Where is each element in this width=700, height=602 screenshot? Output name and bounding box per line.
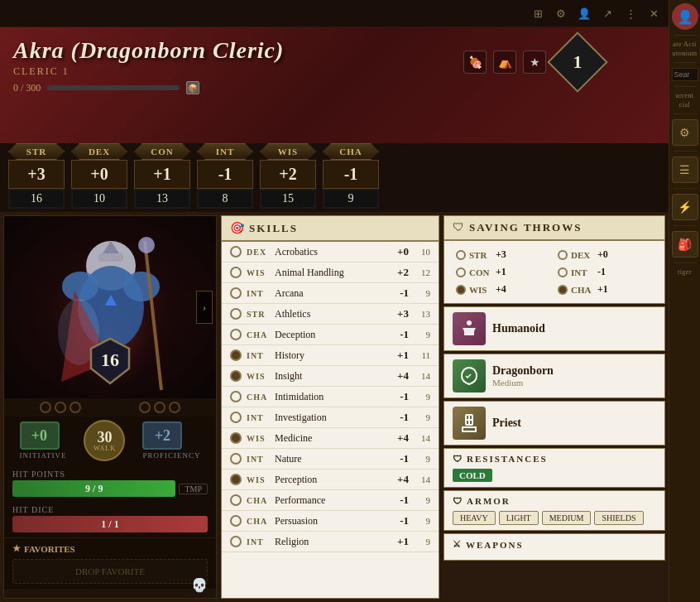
toolbar-btn-close[interactable]: ✕ (644, 3, 664, 23)
initiative-label: INITIATIVE (20, 451, 67, 460)
left-panel: › 16 (3, 215, 217, 599)
st-con-circle (456, 267, 466, 277)
skill-row-nature[interactable]: INT Nature -1 9 (222, 449, 439, 470)
skill-value-14: 9 (414, 537, 430, 547)
feature-humanoid[interactable]: Humanoid (443, 306, 665, 351)
sidebar-lightning-button[interactable]: ⚡ (672, 194, 698, 220)
header-food-icon[interactable]: 🍖 (463, 51, 487, 74)
character-name: Akra (Dragonborn Cleric) (13, 37, 284, 64)
skill-circle-2 (230, 287, 242, 299)
hp-label: HIT POINTS (12, 470, 208, 479)
stat-int-mod[interactable]: -1 (197, 160, 253, 189)
skill-row-animal-handling[interactable]: WIS Animal Handling +2 12 (222, 262, 439, 283)
skills-header-text: SKILLS (249, 222, 298, 235)
skill-row-medicine[interactable]: WIS Medicine +4 14 (222, 428, 439, 449)
skill-name-8: Investigation (275, 412, 381, 424)
initiative-box: +0 INITIATIVE (20, 421, 67, 460)
armor-shields: SHIELDS (594, 511, 643, 525)
walk-value: 30 (97, 430, 112, 445)
st-int: INT -1 (554, 263, 656, 281)
skill-row-insight[interactable]: WIS Insight +4 14 (222, 366, 439, 387)
humanoid-icon (453, 312, 486, 345)
skill-row-performance[interactable]: CHA Performance -1 9 (222, 490, 439, 511)
skill-value-3: 13 (414, 309, 430, 319)
sidebar-avatar[interactable]: 👤 (672, 3, 698, 30)
skill-modifier-12: -1 (386, 494, 409, 507)
skill-row-intimidation[interactable]: CHA Intimidation -1 9 (222, 387, 439, 407)
stat-wis-mod[interactable]: +2 (260, 160, 316, 189)
sidebar-gear-button[interactable]: ⚙ (672, 119, 698, 146)
skill-row-perception[interactable]: WIS Perception +4 14 (222, 470, 439, 490)
initiative-value[interactable]: +0 (20, 421, 60, 450)
drop-favorite-button[interactable]: DROP FAVORITE (12, 559, 208, 584)
skill-value-13: 9 (414, 516, 430, 526)
weapons-panel: ⚔ WEAPONS (443, 533, 665, 561)
humanoid-name: Humanoid (492, 322, 545, 335)
proficiency-value[interactable]: +2 (142, 421, 182, 450)
sidebar-search[interactable] (672, 68, 698, 81)
portrait-scroll-btn[interactable]: › (196, 291, 213, 324)
skill-ability-3: STR (247, 310, 270, 319)
toolbar-btn-export[interactable]: ↗ (597, 3, 617, 23)
skill-name-2: Arcana (275, 287, 381, 300)
hp-bar-container[interactable]: 9 / 9 (12, 480, 175, 497)
skill-row-history[interactable]: INT History +1 11 (222, 345, 439, 366)
sidebar-divider-5 (674, 151, 697, 152)
st-con: CON +1 (453, 263, 554, 281)
xp-icon[interactable]: 📦 (186, 81, 199, 94)
favorites-section: ★ FAVORITES DROP FAVORITE 💀 (4, 537, 216, 589)
skill-row-religion[interactable]: INT Religion +1 9 (222, 532, 439, 552)
skill-row-acrobatics[interactable]: DEX Acrobatics +0 10 (222, 242, 439, 262)
skill-value-0: 10 (414, 247, 430, 257)
skill-row-persuasion[interactable]: CHA Persuasion -1 9 (222, 511, 439, 532)
resistances-label: RESISTANCES (467, 454, 548, 464)
header-camp-icon[interactable]: ⛺ (493, 51, 516, 74)
skill-row-investigation[interactable]: INT Investigation -1 9 (222, 407, 439, 428)
st-cha-name: CHA (571, 285, 594, 295)
feature-priest[interactable]: Priest (443, 401, 665, 445)
hd-bar-container[interactable]: 1 / 1 (12, 516, 208, 532)
resistances-tags: COLD (453, 469, 656, 482)
st-str-circle (456, 250, 466, 260)
sidebar-pack-button[interactable]: 🎒 (672, 231, 698, 258)
st-cha-mod: +1 (597, 283, 608, 296)
skill-name-10: Nature (275, 453, 381, 465)
stat-dex-mod[interactable]: +0 (71, 160, 127, 189)
svg-point-5 (62, 272, 98, 301)
toolbar-btn-settings[interactable]: ⚙ (551, 3, 571, 23)
st-wis-mod: +4 (496, 283, 506, 296)
feature-dragonborn[interactable]: Dragonborn Medium (443, 354, 665, 398)
stat-cha-mod[interactable]: -1 (323, 160, 379, 189)
saving-throws-text: SAVING THROWS (469, 221, 582, 234)
skill-circle-9 (230, 432, 242, 444)
sidebar-list-button[interactable]: ☰ (672, 157, 698, 183)
st-wis-circle (456, 285, 466, 295)
stat-wis: WIS +2 15 (260, 143, 316, 209)
skill-circle-13 (230, 515, 242, 527)
skill-ability-12: CHA (247, 496, 270, 505)
skill-value-4: 9 (414, 330, 430, 340)
skill-row-arcana[interactable]: INT Arcana -1 9 (222, 283, 439, 304)
priest-icon (453, 407, 486, 440)
skills-list: DEX Acrobatics +0 10 WIS Animal Handling… (222, 242, 439, 552)
skill-row-deception[interactable]: CHA Deception -1 9 (222, 325, 439, 345)
toolbar-btn-user[interactable]: 👤 (574, 3, 594, 23)
stat-con-mod[interactable]: +1 (134, 160, 190, 189)
sidebar-divider-2 (674, 62, 697, 63)
dot-3 (70, 402, 81, 413)
toolbar-btn-more[interactable]: ⋮ (621, 3, 640, 23)
skills-header: 🎯 SKILLS (222, 216, 439, 242)
skill-name-9: Medicine (275, 432, 381, 445)
dot-1 (40, 402, 51, 413)
skills-header-icon: 🎯 (230, 221, 244, 235)
hp-bar-row: 9 / 9 TMP (12, 480, 208, 497)
header-star-icon[interactable]: ★ (523, 51, 546, 74)
hp-display: 9 / 9 (12, 480, 175, 497)
stat-str-mod[interactable]: +3 (8, 160, 65, 189)
skill-row-athletics[interactable]: STR Athletics +3 13 (222, 304, 439, 325)
weapons-label: WEAPONS (466, 540, 524, 550)
toolbar-btn-grid[interactable]: ⊞ (528, 3, 548, 23)
st-wis-name: WIS (469, 285, 492, 295)
app-wrapper: ⊞ ⚙ 👤 ↗ ⋮ ✕ Akra (Dragonborn Cleric) CLE… (0, 0, 700, 602)
skill-circle-12 (230, 494, 242, 506)
